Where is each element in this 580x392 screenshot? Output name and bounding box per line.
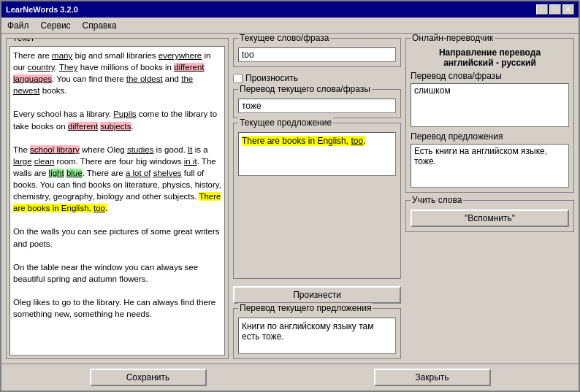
translation-sentence-label: Перевод текущего предложения bbox=[238, 303, 373, 313]
text-panel: Текст There are many big and small libra… bbox=[6, 38, 229, 359]
text-line-4: On the walls you can see pictures of som… bbox=[13, 227, 220, 247]
translation-word-label: Перевод текущего слова/фразы bbox=[238, 84, 372, 94]
word-phrase-section: Текущее слово/фраза bbox=[233, 38, 401, 67]
learn-label: Учить слова bbox=[411, 195, 463, 205]
word-phrase-input[interactable] bbox=[238, 47, 396, 62]
pronounce-row: Произносить bbox=[233, 73, 401, 83]
direction-label-text: Направление перевода bbox=[439, 47, 541, 58]
text-line-2: Every school has a library. Pupils come … bbox=[13, 109, 217, 130]
translation-sentence-section: Перевод текущего предложения Книги по ан… bbox=[233, 308, 401, 359]
current-sentence-label: Текущее предложение bbox=[238, 118, 333, 128]
text-line-5: On the table near the window you can alw… bbox=[13, 263, 198, 283]
text-line-1: There are many big and small libraries e… bbox=[13, 51, 210, 95]
direction-value: английский - русский bbox=[443, 58, 536, 68]
text-panel-label: Текст bbox=[11, 38, 36, 43]
menu-bar: Файл Сервис Справка bbox=[1, 18, 579, 34]
close-button[interactable]: ✕ bbox=[562, 4, 574, 15]
maximize-button[interactable]: □ bbox=[549, 4, 561, 15]
menu-help[interactable]: Справка bbox=[80, 20, 120, 31]
text-line-3: The school library where Oleg studies is… bbox=[13, 145, 221, 212]
window-controls: − □ ✕ bbox=[536, 4, 574, 15]
text-line-6: Oleg likes to go to the library. He can … bbox=[13, 298, 215, 318]
sentence-trans-group: Перевод предложения Есть книги на англий… bbox=[411, 131, 569, 188]
left-column: Текст There are many big and small libra… bbox=[6, 38, 229, 359]
direction-header: Направление перевода английский - русски… bbox=[411, 47, 569, 68]
translation-word-section: Перевод текущего слова/фразы bbox=[233, 89, 401, 118]
menu-service[interactable]: Сервис bbox=[38, 20, 74, 31]
window-title: LearNeWords 3.2.0 bbox=[6, 5, 78, 14]
title-bar: LearNeWords 3.2.0 − □ ✕ bbox=[1, 1, 579, 18]
current-sentence-section: Текущее предложение There are books in E… bbox=[233, 123, 401, 279]
online-translator-label: Онлайн-переводчик bbox=[411, 34, 495, 43]
translation-word-input[interactable] bbox=[238, 99, 396, 113]
close-app-button[interactable]: Закрыть bbox=[374, 369, 491, 386]
online-translator-panel: Онлайн-переводчик Направление перевода а… bbox=[405, 38, 574, 193]
bottom-bar: Сохранить Закрыть bbox=[1, 364, 579, 391]
middle-column: Текущее слово/фраза Произносить Перевод … bbox=[233, 38, 401, 359]
word-trans-group: Перевод слова/фразы слишком bbox=[411, 71, 569, 127]
text-content-area[interactable]: There are many big and small libraries e… bbox=[9, 46, 225, 356]
pronounce-button[interactable]: Произнести bbox=[233, 286, 401, 304]
word-trans-value: слишком bbox=[411, 83, 569, 127]
current-sentence-text: There are books in English, too. bbox=[242, 136, 365, 146]
word-phrase-label: Текущее слово/фраза bbox=[238, 34, 330, 43]
right-column: Онлайн-переводчик Направление перевода а… bbox=[405, 38, 574, 359]
save-button[interactable]: Сохранить bbox=[90, 369, 207, 386]
translation-sentence-text: Книги по английскому языку там есть тоже… bbox=[238, 318, 396, 354]
sentence-trans-value: Есть книги на английском языке, тоже. bbox=[411, 144, 569, 188]
main-window: LearNeWords 3.2.0 − □ ✕ Файл Сервис Спра… bbox=[0, 0, 580, 392]
sentence-trans-label: Перевод предложения bbox=[411, 131, 569, 142]
current-sentence-display: There are books in English, too. bbox=[238, 132, 396, 176]
remember-button[interactable]: "Вспомнить" bbox=[411, 210, 569, 227]
menu-file[interactable]: Файл bbox=[4, 20, 32, 31]
pronounce-label: Произносить bbox=[245, 73, 298, 83]
word-trans-label: Перевод слова/фразы bbox=[411, 71, 569, 81]
learn-section: Учить слова "Вспомнить" bbox=[405, 200, 574, 232]
pronounce-checkbox[interactable] bbox=[233, 74, 243, 83]
main-content: Текст There are many big and small libra… bbox=[1, 34, 579, 364]
minimize-button[interactable]: − bbox=[536, 4, 548, 15]
